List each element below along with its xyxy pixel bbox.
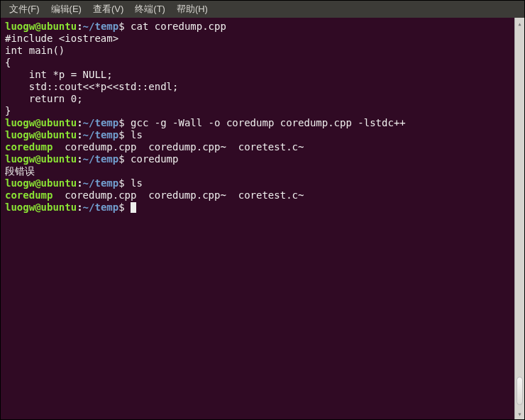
prompt-dollar: $ — [118, 177, 124, 189]
prompt-sep: : — [77, 153, 82, 165]
terminal-line: int *p = NULL; — [5, 69, 510, 81]
command-text: ls — [125, 177, 143, 189]
prompt-path: ~/temp — [83, 129, 119, 140]
prompt-path: ~/temp — [83, 21, 119, 32]
menu-view[interactable]: 查看(V) — [89, 1, 128, 17]
scroll-thumb[interactable] — [516, 377, 523, 405]
prompt-sep: : — [77, 117, 82, 128]
prompt-user-host: luogw@ubuntu — [5, 177, 77, 189]
scroll-up-icon[interactable]: ▴ — [516, 20, 524, 27]
terminal[interactable]: luogw@ubuntu:~/temp$ cat coredump.cpp#in… — [1, 18, 514, 419]
menu-edit[interactable]: 编辑(E) — [47, 1, 86, 17]
terminal-line: return 0; — [5, 93, 510, 105]
terminal-line: coredump coredump.cpp coredump.cpp~ core… — [5, 141, 510, 153]
prompt-dollar: $ — [118, 129, 124, 140]
prompt-path: ~/temp — [83, 201, 119, 213]
terminal-line: luogw@ubuntu:~/temp$ — [5, 201, 510, 214]
terminal-line: int main() — [5, 45, 510, 57]
terminal-wrapper: luogw@ubuntu:~/temp$ cat coredump.cpp#in… — [1, 18, 524, 419]
prompt-path: ~/temp — [83, 117, 119, 128]
command-text: gcc -g -Wall -o coredump coredump.cpp -l… — [125, 117, 406, 128]
terminal-line: luogw@ubuntu:~/temp$ gcc -g -Wall -o cor… — [5, 117, 510, 129]
terminal-line: #include <iostream> — [5, 33, 510, 45]
prompt-path: ~/temp — [83, 177, 119, 189]
prompt-sep: : — [77, 201, 82, 213]
scroll-down-icon[interactable]: ▾ — [516, 410, 524, 417]
prompt-dollar: $ — [118, 153, 124, 165]
terminal-line: luogw@ubuntu:~/temp$ ls — [5, 129, 510, 141]
terminal-line: } — [5, 105, 510, 117]
command-text — [125, 201, 131, 213]
terminal-line: luogw@ubuntu:~/temp$ coredump — [5, 153, 510, 165]
ls-output: coredump.cpp coredump.cpp~ coretest.c~ — [52, 189, 304, 201]
menu-terminal[interactable]: 终端(T) — [131, 1, 170, 17]
terminal-line: coredump coredump.cpp coredump.cpp~ core… — [5, 189, 510, 201]
prompt-dollar: $ — [118, 21, 124, 32]
prompt-user-host: luogw@ubuntu — [5, 21, 77, 32]
scroll-track[interactable] — [515, 29, 524, 408]
command-text: ls — [125, 129, 143, 140]
terminal-line: luogw@ubuntu:~/temp$ cat coredump.cpp — [5, 21, 510, 33]
prompt-dollar: $ — [118, 117, 124, 128]
menu-help[interactable]: 帮助(H) — [172, 1, 212, 17]
prompt-sep: : — [77, 129, 82, 140]
terminal-line: 段错误 — [5, 165, 510, 177]
menubar: 文件(F) 编辑(E) 查看(V) 终端(T) 帮助(H) — [1, 1, 524, 18]
executable-name: coredump — [5, 189, 52, 201]
terminal-line: std::cout<<*p<<std::endl; — [5, 81, 510, 93]
prompt-dollar: $ — [118, 201, 124, 213]
ls-output: coredump.cpp coredump.cpp~ coretest.c~ — [52, 141, 304, 153]
command-text: cat coredump.cpp — [125, 21, 226, 32]
menu-file[interactable]: 文件(F) — [5, 1, 44, 17]
prompt-sep: : — [77, 177, 82, 189]
prompt-user-host: luogw@ubuntu — [5, 153, 77, 165]
terminal-line: luogw@ubuntu:~/temp$ ls — [5, 177, 510, 189]
prompt-user-host: luogw@ubuntu — [5, 201, 77, 213]
prompt-user-host: luogw@ubuntu — [5, 129, 77, 140]
prompt-sep: : — [77, 21, 82, 32]
prompt-user-host: luogw@ubuntu — [5, 117, 77, 128]
terminal-line: { — [5, 57, 510, 69]
command-text: coredump — [125, 153, 179, 165]
executable-name: coredump — [5, 141, 52, 153]
cursor — [131, 202, 136, 213]
scrollbar[interactable]: ▴ ▾ — [514, 18, 524, 419]
prompt-path: ~/temp — [83, 153, 119, 165]
